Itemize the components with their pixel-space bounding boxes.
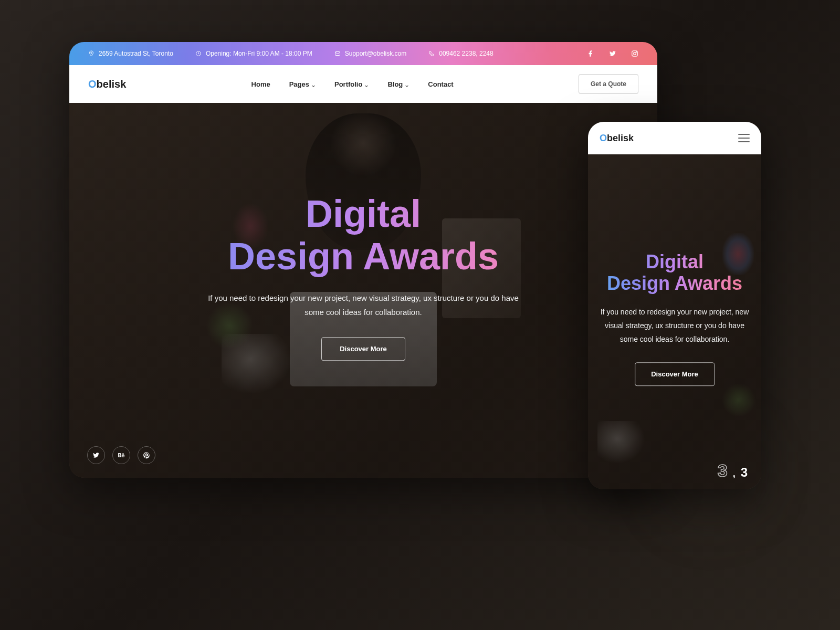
mobile-title-line1: Digital bbox=[646, 251, 704, 272]
mobile-lamp-art bbox=[597, 421, 647, 466]
nav-menu: Home Pages Portfolio Blog Contact bbox=[251, 80, 454, 88]
hero-behance-button[interactable] bbox=[112, 446, 130, 464]
logo-first-letter: O bbox=[88, 78, 97, 90]
logo-rest: belisk bbox=[97, 78, 127, 90]
hero-twitter-button[interactable] bbox=[87, 446, 105, 464]
mobile-preview-frame: Obelisk Digital Design Awards If you nee… bbox=[588, 122, 761, 489]
slide-current: 3 bbox=[718, 460, 728, 481]
nav-item-pages[interactable]: Pages bbox=[289, 80, 316, 88]
svg-point-5 bbox=[636, 51, 637, 52]
hero-pinterest-button[interactable] bbox=[138, 446, 155, 464]
topbar-phone: 009462 2238, 2248 bbox=[428, 50, 493, 57]
nav-item-blog[interactable]: Blog bbox=[387, 80, 409, 88]
chevron-down-icon bbox=[311, 82, 316, 86]
phone-text: 009462 2238, 2248 bbox=[439, 50, 493, 57]
mobile-logo[interactable]: Obelisk bbox=[600, 133, 634, 144]
mobile-title-line2: Design Awards bbox=[607, 272, 742, 294]
hours-text: Opening: Mon-Fri 9:00 AM - 18:00 PM bbox=[206, 50, 312, 57]
hero-title-line2: Design Awards bbox=[228, 235, 499, 277]
address-text: 2659 Autostrad St, Toronto bbox=[99, 50, 173, 57]
nav-label: Home bbox=[251, 80, 270, 88]
nav-item-portfolio[interactable]: Portfolio bbox=[334, 80, 369, 88]
topbar-hours: Opening: Mon-Fri 9:00 AM - 18:00 PM bbox=[195, 50, 312, 57]
topbar-socials bbox=[587, 50, 638, 57]
slide-counter: 3 , 3 bbox=[718, 460, 748, 481]
twitter-icon[interactable] bbox=[609, 50, 616, 57]
topbar-address: 2659 Autostrad St, Toronto bbox=[88, 50, 173, 57]
nav-label: Pages bbox=[289, 80, 309, 88]
nav-item-contact[interactable]: Contact bbox=[428, 80, 453, 88]
email-text: Support@obelisk.com bbox=[345, 50, 407, 57]
clock-icon bbox=[195, 50, 202, 57]
hero-section: Digital Design Awards If you need to red… bbox=[69, 103, 657, 478]
nav-item-home[interactable]: Home bbox=[251, 80, 270, 88]
phone-icon bbox=[428, 50, 435, 57]
hero-socials bbox=[87, 446, 155, 464]
svg-point-4 bbox=[634, 52, 636, 55]
chevron-down-icon bbox=[364, 82, 369, 86]
slide-separator: , bbox=[733, 468, 736, 479]
mobile-plant-art bbox=[720, 384, 757, 416]
mobile-navbar: Obelisk bbox=[588, 122, 761, 154]
svg-point-0 bbox=[91, 52, 92, 54]
hero-title: Digital Design Awards bbox=[69, 193, 657, 277]
topbar-email: Support@obelisk.com bbox=[334, 50, 407, 57]
mobile-hero-subtitle: If you need to redesign your new project… bbox=[595, 306, 754, 347]
nav-label: Portfolio bbox=[334, 80, 362, 88]
mobile-hero-content: Digital Design Awards If you need to red… bbox=[595, 251, 754, 386]
instagram-icon[interactable] bbox=[631, 50, 638, 57]
desktop-preview-frame: 2659 Autostrad St, Toronto Opening: Mon-… bbox=[69, 42, 657, 478]
hero-content: Digital Design Awards If you need to red… bbox=[69, 193, 657, 361]
hero-title-line1: Digital bbox=[306, 193, 421, 235]
logo-first-letter: O bbox=[600, 133, 607, 143]
discover-more-button[interactable]: Discover More bbox=[321, 338, 405, 361]
logo-rest: belisk bbox=[607, 133, 634, 143]
mobile-discover-button[interactable]: Discover More bbox=[635, 362, 715, 386]
slide-total: 3 bbox=[741, 465, 748, 480]
mobile-hero-title: Digital Design Awards bbox=[595, 251, 754, 295]
get-quote-button[interactable]: Get a Quote bbox=[579, 74, 638, 94]
mobile-hero-section: Digital Design Awards If you need to red… bbox=[588, 154, 761, 489]
hamburger-menu-icon[interactable] bbox=[738, 134, 750, 142]
nav-label: Blog bbox=[387, 80, 403, 88]
hero-subtitle: If you need to redesign your new project… bbox=[206, 291, 521, 320]
chevron-down-icon bbox=[405, 82, 409, 86]
pin-icon bbox=[88, 50, 94, 57]
top-info-bar: 2659 Autostrad St, Toronto Opening: Mon-… bbox=[69, 42, 657, 65]
logo[interactable]: Obelisk bbox=[88, 78, 126, 90]
facebook-icon[interactable] bbox=[587, 50, 594, 57]
main-navbar: Obelisk Home Pages Portfolio Blog Contac… bbox=[69, 65, 657, 103]
mail-icon bbox=[334, 50, 341, 57]
nav-label: Contact bbox=[428, 80, 453, 88]
